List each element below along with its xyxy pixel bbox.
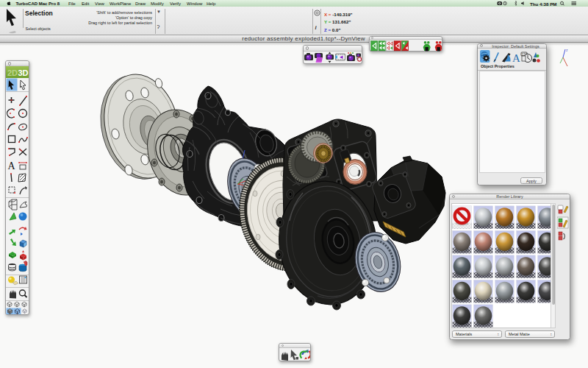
svg-text:z: z [566,48,568,52]
svg-text:3D: 3D [18,68,29,77]
svg-text:A: A [512,52,520,63]
svg-text:A: A [8,160,16,171]
svg-text:2D: 2D [7,68,18,77]
